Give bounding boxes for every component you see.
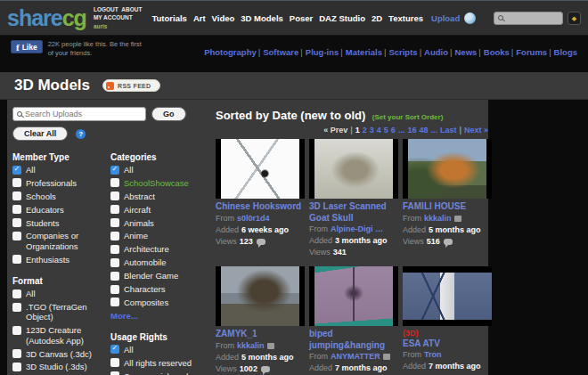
checkbox[interactable] xyxy=(12,363,21,371)
pagination-item[interactable]: 6 xyxy=(391,126,396,135)
filter-option[interactable]: Composites xyxy=(110,298,208,307)
filter-option[interactable]: All xyxy=(110,165,208,175)
filter-option[interactable]: 3D Studio (.3ds) xyxy=(12,362,110,371)
category-link[interactable]: Plug-ins xyxy=(298,47,339,57)
comments-icon[interactable] xyxy=(257,239,265,245)
filter-option[interactable]: Automobile xyxy=(110,257,208,267)
checkbox[interactable] xyxy=(12,205,21,214)
filter-option[interactable]: Companies or Organizations xyxy=(12,231,110,251)
help-icon[interactable]: ? xyxy=(76,129,86,139)
category-link[interactable]: News xyxy=(448,47,477,57)
checkbox[interactable] xyxy=(12,178,21,187)
filter-option[interactable]: Aircraft xyxy=(110,205,208,215)
checkbox[interactable] xyxy=(12,255,21,264)
pagination-item[interactable]: Next » xyxy=(464,126,488,135)
checkbox[interactable] xyxy=(12,192,21,200)
pagination-item[interactable]: 2 xyxy=(363,126,367,135)
rss-feed-button[interactable]: RSS FEED xyxy=(102,79,160,92)
checkbox[interactable] xyxy=(110,272,119,281)
filter-option[interactable]: Commercial renders OK, contents not for … xyxy=(110,371,208,375)
checkbox[interactable] xyxy=(12,289,21,298)
item-title-link[interactable]: ZAMYK_1 xyxy=(216,329,305,340)
filter-option[interactable]: Students xyxy=(12,218,110,228)
filter-option[interactable]: All xyxy=(12,289,110,298)
checkbox[interactable] xyxy=(110,178,119,187)
item-author-link[interactable]: s0l0r1d4 xyxy=(237,213,270,224)
category-link[interactable]: Audio xyxy=(418,47,448,57)
filter-option[interactable]: Schools xyxy=(12,192,110,201)
nav-item[interactable]: Poser xyxy=(290,13,313,23)
nav-item[interactable]: DAZ Studio xyxy=(319,13,365,23)
checkbox[interactable] xyxy=(110,232,119,240)
item-author-link[interactable]: kkkalin xyxy=(424,213,452,224)
checkbox[interactable] xyxy=(12,166,21,175)
filter-option[interactable]: Enthusiasts xyxy=(12,255,110,265)
nav-item[interactable]: Tutorials xyxy=(151,13,186,23)
checkbox[interactable] xyxy=(110,192,119,200)
item-title-link[interactable]: Chinese Hooksword xyxy=(216,201,305,213)
pagination-item[interactable]: 48 xyxy=(419,126,428,135)
upload-link[interactable]: Upload xyxy=(431,13,460,23)
clear-all-button[interactable]: Clear All xyxy=(12,126,68,141)
checkbox[interactable] xyxy=(110,371,119,375)
checkbox[interactable] xyxy=(110,298,119,306)
search-uploads-input[interactable] xyxy=(25,110,142,118)
header-search-submit-button[interactable]: ◆ xyxy=(568,12,581,25)
category-link[interactable]: Books xyxy=(477,47,510,57)
logout-link[interactable]: LOGOUT xyxy=(94,6,118,12)
checkbox[interactable] xyxy=(12,232,21,240)
filter-option[interactable]: Anime xyxy=(110,231,208,240)
filter-option[interactable]: Characters xyxy=(110,284,208,294)
filter-option[interactable]: All xyxy=(12,165,110,175)
header-search-input[interactable] xyxy=(506,14,559,22)
more-categories-link[interactable]: More... xyxy=(110,311,208,321)
item-thumbnail[interactable] xyxy=(403,139,492,199)
pagination-item[interactable]: 5 xyxy=(384,126,388,135)
pagination-item[interactable]: 16 xyxy=(407,126,416,135)
filter-option[interactable]: Professionals xyxy=(12,178,110,188)
filter-option[interactable]: Educators xyxy=(12,205,110,215)
filter-option[interactable]: .TGO (TerraGen Object) xyxy=(12,302,110,322)
filter-option[interactable]: SchoolShowcase xyxy=(110,178,208,188)
item-thumbnail[interactable] xyxy=(216,266,305,326)
item-title-link[interactable]: 3D Laser Scanned Goat Skull xyxy=(309,201,398,224)
category-link[interactable]: Forums xyxy=(510,47,547,57)
checkbox[interactable] xyxy=(110,166,119,175)
item-thumbnail[interactable] xyxy=(309,139,398,199)
comments-icon[interactable] xyxy=(261,366,270,372)
item-thumbnail[interactable] xyxy=(309,266,398,326)
checkbox[interactable] xyxy=(110,205,119,214)
filter-option[interactable]: Abstract xyxy=(110,192,208,201)
filter-option[interactable]: Blender Game xyxy=(110,271,208,281)
checkbox[interactable] xyxy=(110,345,119,354)
filter-option[interactable]: All xyxy=(110,345,208,355)
checkbox[interactable] xyxy=(12,326,21,335)
nav-item[interactable]: Textures xyxy=(388,13,423,23)
about-link[interactable]: ABOUT xyxy=(121,6,142,12)
category-link[interactable]: Blogs xyxy=(547,47,577,57)
item-title-link[interactable]: FAMILI HOUSE xyxy=(403,201,492,213)
my-account-link[interactable]: MY ACCOUNT xyxy=(94,14,133,20)
filter-option[interactable]: Architecture xyxy=(110,244,208,254)
sharecg-logo[interactable]: sharecg xyxy=(7,7,86,29)
checkbox[interactable] xyxy=(110,358,119,367)
item-author-link[interactable]: Tron xyxy=(424,349,442,361)
pagination-item[interactable]: 4 xyxy=(377,126,381,135)
nav-item[interactable]: 3D Models xyxy=(241,13,283,23)
checkbox[interactable] xyxy=(12,218,21,227)
category-link[interactable]: Materials xyxy=(339,47,382,57)
set-sort-order-link[interactable]: (Set your Sort Order) xyxy=(372,113,444,121)
item-title-link[interactable]: ESA ATV xyxy=(403,338,492,350)
checkbox[interactable] xyxy=(110,218,119,227)
filter-option[interactable]: 3D Canvas (.3dc) xyxy=(12,349,110,359)
facebook-like-button[interactable]: f Like xyxy=(11,40,43,53)
comments-icon[interactable] xyxy=(444,239,453,245)
item-author-link[interactable]: kkkalin xyxy=(237,340,265,352)
sidebar-search-box[interactable] xyxy=(12,107,146,121)
nav-item[interactable]: 2D xyxy=(372,13,382,23)
category-link[interactable]: Scripts xyxy=(382,47,418,57)
item-title-link[interactable]: biped jumping&hanging xyxy=(309,329,398,351)
filter-option[interactable]: All rights reserved xyxy=(110,358,208,368)
category-link[interactable]: Software xyxy=(257,47,299,57)
category-link[interactable]: Photography xyxy=(204,47,257,57)
